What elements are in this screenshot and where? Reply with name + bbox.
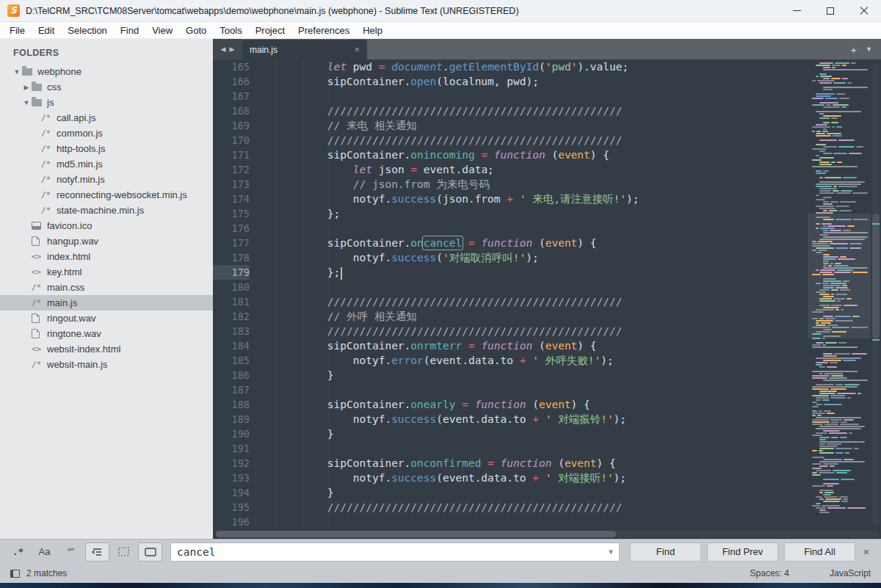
code-line-195[interactable]: 195 ////////////////////////////////////… xyxy=(213,500,808,515)
tree-item-main-css[interactable]: /*main.css xyxy=(0,280,213,295)
tree-item-websit-index-html[interactable]: <>websit-index.html xyxy=(0,341,213,357)
code-line-182[interactable]: 182 // 外呼 相关通知 xyxy=(213,309,808,324)
code-line-196[interactable]: 196 xyxy=(213,515,808,529)
menu-help[interactable]: Help xyxy=(356,23,389,37)
tree-item-css[interactable]: ▶css xyxy=(0,79,213,95)
highlight-matches-toggle-button[interactable] xyxy=(138,542,162,562)
tab-overflow-icon[interactable]: ▼ xyxy=(866,46,872,53)
tab-main-js[interactable]: main.js × xyxy=(242,40,367,59)
new-tab-icon[interactable]: + xyxy=(850,43,857,56)
code-line-188[interactable]: 188 sipContainer.onearly = function (eve… xyxy=(213,397,808,412)
code-line-184[interactable]: 184 sipContainer.onrmterr = function (ev… xyxy=(213,338,808,353)
horizontal-scrollbar-thumb[interactable] xyxy=(216,531,616,537)
chevron-down-icon[interactable]: ▼ xyxy=(21,99,32,106)
wrap-toggle-button[interactable] xyxy=(85,542,109,562)
code-line-193[interactable]: 193 notyf.success(event.data.to + ' 对端接听… xyxy=(213,471,808,485)
tree-item-ringout-wav[interactable]: ringout.wav xyxy=(0,311,213,326)
tree-item-ringtone-wav[interactable]: ringtone.wav xyxy=(0,326,213,341)
vertical-scrollbar[interactable] xyxy=(871,59,881,529)
editor-column: ◀ ▶ main.js × + ▼ xyxy=(213,39,881,539)
indent-setting[interactable]: Spaces: 4 xyxy=(750,568,789,578)
tree-item-common-js[interactable]: /*common.js xyxy=(0,126,213,141)
code-line-191[interactable]: 191 xyxy=(213,441,808,456)
tree-item-webphone[interactable]: ▼webphone xyxy=(0,64,213,79)
code-line-167[interactable]: 167 xyxy=(213,89,808,104)
menu-find[interactable]: Find xyxy=(114,23,145,37)
code-line-190[interactable]: 190 } xyxy=(213,427,808,441)
code-line-165[interactable]: 165 let pwd = document.getElementById('p… xyxy=(213,59,808,74)
tree-item-index-html[interactable]: <>index.html xyxy=(0,249,213,264)
chevron-down-icon[interactable]: ▼ xyxy=(12,68,22,76)
menu-project[interactable]: Project xyxy=(249,23,291,37)
tree-item-favicon-ico[interactable]: favicon.ico xyxy=(0,218,213,233)
code-line-186[interactable]: 186 } xyxy=(213,368,808,382)
menu-preferences[interactable]: Preferences xyxy=(291,23,356,37)
vertical-scrollbar-thumb[interactable] xyxy=(872,214,880,338)
tree-item-hangup-wav[interactable]: hangup.wav xyxy=(0,233,213,249)
code-line-175[interactable]: 175 }; xyxy=(213,206,808,221)
html-file-icon: <> xyxy=(32,344,47,354)
tree-item-md5-min-js[interactable]: /*md5.min.js xyxy=(0,156,213,172)
tree-item-js[interactable]: ▼js xyxy=(0,95,213,110)
code-line-189[interactable]: 189 notyf.success(event.data.to + ' 对端振铃… xyxy=(213,412,808,427)
syntax-setting[interactable]: JavaScript xyxy=(830,568,871,578)
regex-toggle-button[interactable]: .* xyxy=(6,542,30,562)
tab-back-icon[interactable]: ◀ xyxy=(221,46,226,53)
code-line-169[interactable]: 169 // 来电 相关通知 xyxy=(213,118,808,133)
tab-close-icon[interactable]: × xyxy=(354,44,360,55)
code-line-181[interactable]: 181 ////////////////////////////////////… xyxy=(213,294,808,309)
menu-selection[interactable]: Selection xyxy=(61,23,113,37)
tree-item-call-api-js[interactable]: /*call.api.js xyxy=(0,110,213,126)
code-line-168[interactable]: 168 ////////////////////////////////////… xyxy=(213,104,808,118)
tree-item-http-tools-js[interactable]: /*http-tools.js xyxy=(0,141,213,156)
tree-item-websit-main-js[interactable]: /*websit-main.js xyxy=(0,357,213,372)
horizontal-scrollbar[interactable] xyxy=(213,529,881,539)
code-line-183[interactable]: 183 ////////////////////////////////////… xyxy=(213,324,808,338)
minimap-viewport[interactable] xyxy=(808,214,871,338)
case-sensitive-toggle-button[interactable]: Aa xyxy=(32,542,57,562)
code-line-176[interactable]: 176 xyxy=(213,221,808,236)
maximize-button[interactable] xyxy=(813,0,847,21)
tree-item-main-js[interactable]: /*main.js xyxy=(0,295,213,311)
code-editor[interactable]: 165 let pwd = document.getElementById('p… xyxy=(213,59,808,529)
code-line-194[interactable]: 194 } xyxy=(213,485,808,500)
code-line-179[interactable]: 179 }; xyxy=(213,265,808,280)
find-history-dropdown-icon[interactable]: ▼ xyxy=(609,548,613,556)
code-line-173[interactable]: 173 // json.from 为来电号码 xyxy=(213,177,808,192)
in-selection-toggle-button[interactable] xyxy=(112,542,136,562)
tree-item-key-html[interactable]: <>key.html xyxy=(0,264,213,280)
menu-tools[interactable]: Tools xyxy=(213,23,248,37)
code-line-170[interactable]: 170 ////////////////////////////////////… xyxy=(213,133,808,148)
close-button[interactable] xyxy=(847,0,881,21)
chevron-right-icon[interactable]: ▶ xyxy=(21,84,32,91)
code-line-178[interactable]: 178 notyf.success('对端取消呼叫!'); xyxy=(213,250,808,265)
code-line-192[interactable]: 192 sipContainer.onconfirmed = function … xyxy=(213,456,808,471)
tab-forward-icon[interactable]: ▶ xyxy=(230,46,235,53)
find-prev-button[interactable]: Find Prev xyxy=(707,542,778,562)
find-input[interactable]: cancel ▼ xyxy=(170,542,620,562)
find-button[interactable]: Find xyxy=(630,542,701,562)
minimap[interactable] xyxy=(808,59,871,529)
code-line-187[interactable]: 187 xyxy=(213,382,808,397)
find-all-button[interactable]: Find All xyxy=(784,542,855,562)
menu-edit[interactable]: Edit xyxy=(32,23,61,37)
code-line-172[interactable]: 172 let json = event.data; xyxy=(213,162,808,177)
whole-word-toggle-button[interactable]: “” xyxy=(59,542,83,562)
menu-goto[interactable]: Goto xyxy=(179,23,213,37)
code-line-185[interactable]: 185 notyf.error(event.data.to + ' 外呼失败!'… xyxy=(213,353,808,368)
code-line-174[interactable]: 174 notyf.success(json.from + ' 来电,请注意接听… xyxy=(213,192,808,206)
menu-view[interactable]: View xyxy=(145,23,179,37)
tree-item-notyf-min-js[interactable]: /*notyf.min.js xyxy=(0,172,213,187)
tree-item-state-machine-min-js[interactable]: /*state-machine.min.js xyxy=(0,203,213,218)
minimize-button[interactable] xyxy=(780,0,813,21)
tree-item-reconnecting-websocket-min-js[interactable]: /*reconnecting-websocket.min.js xyxy=(0,187,213,203)
menu-file[interactable]: File xyxy=(3,23,32,37)
panel-toggle-icon[interactable] xyxy=(10,570,20,578)
tree-item-label: websit-main.js xyxy=(47,359,107,370)
line-number: 167 xyxy=(213,89,250,104)
find-panel-close-button[interactable]: × xyxy=(858,545,875,558)
code-line-166[interactable]: 166 sipContainer.open(localnum, pwd); xyxy=(213,74,808,89)
code-line-177[interactable]: 177 sipContainer.oncancel = function (ev… xyxy=(213,236,808,250)
code-line-180[interactable]: 180 xyxy=(213,280,808,294)
code-line-171[interactable]: 171 sipContainer.onincoming = function (… xyxy=(213,148,808,162)
